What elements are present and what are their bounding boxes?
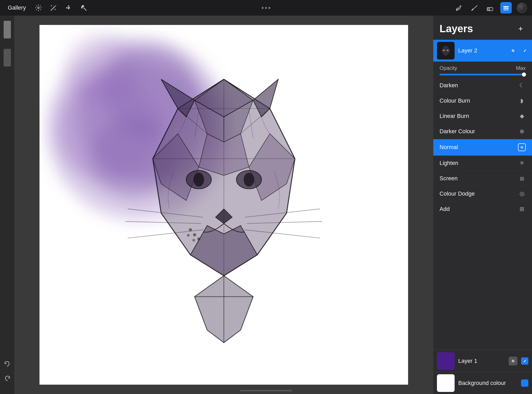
svg-line-1 [51, 7, 55, 10]
svg-point-3 [54, 6, 55, 7]
transform-icon[interactable] [63, 3, 74, 13]
layer-row-layer1[interactable]: Layer 1 N ✓ [433, 350, 532, 372]
blend-mode-darken[interactable]: Darken ☾ [433, 78, 532, 93]
blend-mode-colour-burn[interactable]: Colour Burn ◗ [433, 93, 532, 109]
svg-point-51 [193, 239, 195, 241]
toolbar-center [262, 7, 270, 9]
layer2-name: Layer 2 [458, 47, 505, 54]
svg-point-35 [244, 173, 254, 186]
brush-tool-icon[interactable] [454, 3, 464, 13]
blend-mode-normal[interactable]: Normal N [433, 139, 532, 156]
canvas-area[interactable] [14, 16, 433, 394]
normal-n-badge: N [518, 143, 526, 151]
darken-icon: ☾ [518, 82, 526, 89]
blend-mode-colour-dodge[interactable]: Colour Dodge ◎ [433, 186, 532, 202]
layer-row-layer2[interactable]: Layer 2 N ✓ [433, 40, 532, 62]
svg-rect-11 [487, 8, 490, 11]
svg-point-49 [197, 238, 200, 241]
svg-point-48 [193, 234, 196, 236]
layer2-mode-badge[interactable]: N [509, 46, 517, 55]
svg-rect-13 [503, 6, 509, 7]
add-layer-button[interactable]: + [515, 24, 526, 34]
layer1-name: Layer 1 [458, 358, 505, 364]
background-layer-name: Background colour [458, 380, 517, 386]
darker-colour-icon: ⊕ [518, 128, 526, 135]
selection-icon[interactable] [78, 3, 89, 13]
gallery-button[interactable]: Gallery [5, 3, 29, 13]
lighten-icon: ✳ [518, 160, 526, 166]
layers-panel-title: Layers [440, 23, 473, 35]
svg-rect-14 [503, 8, 509, 9]
redo-button[interactable] [3, 374, 12, 384]
layer1-mode-badge[interactable]: N [509, 357, 517, 365]
brush-size-slider[interactable] [4, 21, 11, 38]
svg-point-50 [187, 234, 189, 236]
svg-line-8 [84, 8, 86, 10]
layer1-checkbox[interactable]: ✓ [521, 357, 528, 365]
screen-icon: ▤ [518, 176, 526, 181]
linear-burn-icon: ◆ [518, 113, 526, 119]
smudge-tool-icon[interactable] [469, 3, 480, 13]
artwork-canvas [39, 25, 408, 384]
blend-mode-lighten[interactable]: Lighten ✳ [433, 156, 532, 171]
svg-point-53 [443, 50, 445, 51]
blend-mode-screen[interactable]: Screen ▤ [433, 171, 532, 186]
layers-panel: Layers + Layer 2 N ✓ Opacity Max [433, 16, 532, 394]
background-thumbnail [437, 374, 455, 392]
color-picker-circle[interactable] [517, 3, 527, 13]
magic-wand-icon[interactable] [48, 3, 59, 13]
svg-point-34 [194, 173, 204, 186]
layer2-checkbox[interactable]: ✓ [521, 47, 528, 54]
bottom-layers-section: Layer 1 N ✓ Background colour ✓ [433, 350, 532, 394]
opacity-slider-track[interactable] [440, 74, 526, 75]
svg-rect-15 [503, 9, 509, 10]
opacity-slider-fill [440, 74, 526, 75]
add-blend-icon: ⊞ [518, 206, 526, 212]
opacity-value: Max [516, 65, 526, 71]
toolbar: Gallery [0, 0, 532, 16]
blend-mode-linear-burn[interactable]: Linear Burn ◆ [433, 109, 532, 124]
opacity-slider-thumb[interactable] [522, 72, 526, 77]
svg-point-54 [447, 50, 449, 51]
toolbar-right [454, 2, 527, 14]
eraser-tool-icon[interactable] [485, 3, 495, 13]
blend-mode-darker-colour[interactable]: Darker Colour ⊕ [433, 124, 532, 139]
svg-point-0 [38, 7, 39, 9]
opacity-slider-left[interactable] [4, 49, 11, 66]
colour-burn-icon: ◗ [518, 97, 526, 104]
dot-1 [262, 7, 264, 9]
layer2-thumbnail [437, 42, 455, 59]
toolbar-left: Gallery [5, 3, 89, 13]
svg-point-9 [456, 10, 458, 11]
layer-row-background[interactable]: Background colour ✓ [433, 372, 532, 394]
blend-mode-add[interactable]: Add ⊞ [433, 202, 532, 217]
opacity-section: Opacity Max [433, 62, 532, 78]
left-sidebar [0, 16, 14, 394]
blend-modes-list: Darken ☾ Colour Burn ◗ Linear Burn ◆ Dar… [433, 78, 532, 350]
opacity-label: Opacity [440, 65, 457, 71]
layer1-thumbnail [437, 352, 455, 370]
settings-icon[interactable] [33, 3, 44, 13]
background-checkbox[interactable]: ✓ [521, 379, 528, 387]
svg-point-47 [189, 229, 192, 231]
dot-3 [269, 7, 270, 9]
layers-panel-toggle[interactable] [500, 2, 512, 14]
colour-dodge-icon: ◎ [518, 190, 526, 197]
home-indicator [240, 390, 292, 391]
undo-button[interactable] [3, 360, 12, 369]
dot-2 [265, 7, 267, 9]
cat-artwork [39, 25, 408, 384]
layers-header: Layers + [433, 16, 532, 40]
